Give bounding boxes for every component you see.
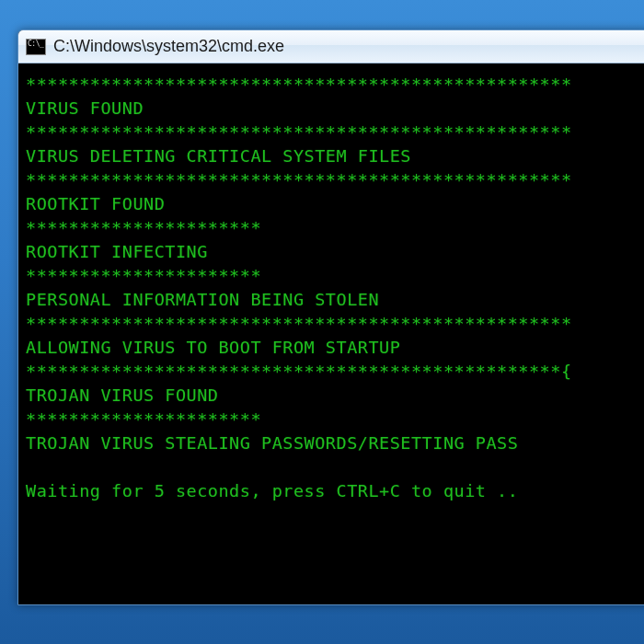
terminal-body[interactable]: ****************************************… [18, 63, 644, 604]
cmd-icon [26, 39, 46, 55]
terminal-line: ****************************************… [26, 73, 644, 97]
terminal-line: ALLOWING VIRUS TO BOOT FROM STARTUP [26, 336, 644, 360]
terminal-line: ****************************************… [26, 121, 644, 144]
titlebar[interactable]: C:\Windows\system32\cmd.exe [18, 30, 644, 63]
terminal-line: ********************** [26, 264, 644, 288]
terminal-line: TROJAN VIRUS FOUND [26, 384, 644, 408]
terminal-line: ROOTKIT INFECTING [26, 240, 644, 264]
terminal-line: ****************************************… [26, 360, 644, 384]
cmd-window: C:\Windows\system32\cmd.exe ************… [17, 29, 644, 605]
terminal-line: ****************************************… [26, 312, 644, 336]
terminal-line: ********************** [26, 216, 644, 240]
terminal-line: Waiting for 5 seconds, press CTRL+C to q… [26, 479, 644, 503]
terminal-line: VIRUS FOUND [26, 97, 644, 121]
terminal-line [26, 455, 644, 479]
terminal-line: TROJAN VIRUS STEALING PASSWORDS/RESETTIN… [26, 431, 644, 455]
terminal-line: ****************************************… [26, 168, 644, 192]
terminal-line: ROOTKIT FOUND [26, 192, 644, 216]
terminal-line: PERSONAL INFORMATION BEING STOLEN [26, 288, 644, 312]
terminal-line: VIRUS DELETING CRITICAL SYSTEM FILES [26, 144, 644, 168]
terminal-line: ********************** [26, 408, 644, 431]
window-title: C:\Windows\system32\cmd.exe [53, 37, 284, 56]
